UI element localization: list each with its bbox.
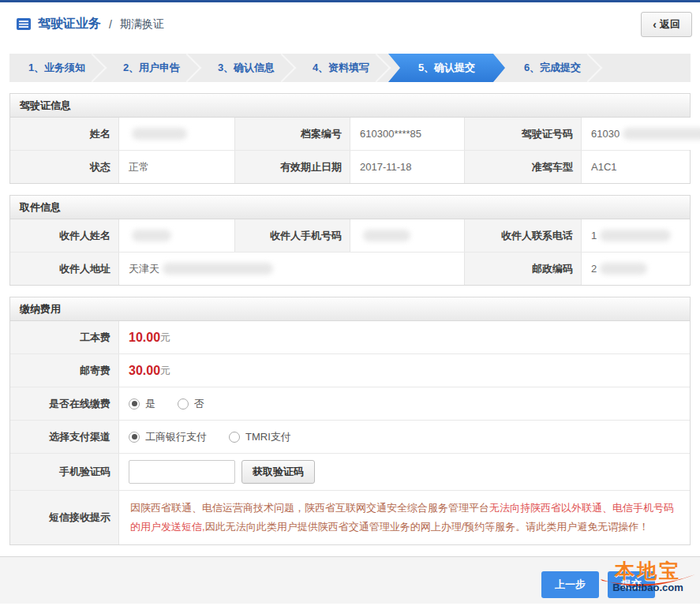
- radio-selected-icon: [129, 398, 140, 410]
- payment-section-title: 缴纳费用: [10, 297, 690, 321]
- page-header: 驾驶证业务 / 期满换证 ‹ 返回: [0, 2, 700, 46]
- vehicle-class-label: 准驾车型: [465, 151, 582, 183]
- redacted-address: [163, 263, 273, 275]
- recipient-name-value: [119, 219, 235, 252]
- step-2-user-declaration: 2、用户申告: [104, 54, 199, 82]
- back-chevron-icon: ‹: [653, 18, 657, 31]
- radio-pay-online-no[interactable]: 否: [178, 397, 204, 411]
- expiry-value: 2017-11-18: [350, 151, 465, 183]
- payment-channel-label: 选择支付渠道: [10, 421, 119, 453]
- payment-section: 缴纳费用 工本费 10.00元 邮寄费 30.00元 是否在线缴费 是 否 选择…: [9, 297, 691, 545]
- pay-online-label: 是否在线缴费: [10, 387, 119, 420]
- status-value: 正常: [119, 151, 235, 183]
- step-1-business-notice: 1、业务须知: [9, 54, 104, 82]
- back-button-label: 返回: [660, 17, 680, 32]
- radio-unselected-icon: [178, 398, 189, 410]
- sms-code-label: 手机验证码: [10, 454, 119, 490]
- step-bar-filler: [600, 54, 691, 82]
- step-progress-bar: 1、业务须知 2、用户申告 3、确认信息 4、资料填写 5、确认提交 6、完成提…: [9, 54, 691, 82]
- step-3-confirm-info: 3、确认信息: [199, 54, 294, 82]
- sms-notice-part1: 因陕西省联通、电信运营商技术问题，陕西省互联网交通安全综合服务管理平台: [130, 502, 489, 514]
- name-value: [119, 118, 235, 150]
- step-4-fill-data: 4、资料填写: [294, 54, 388, 82]
- sms-code-input[interactable]: [129, 460, 235, 484]
- address-label: 收件人地址: [10, 252, 119, 285]
- contact-phone-value: 1: [582, 219, 690, 252]
- recipient-mobile-value: [350, 219, 465, 252]
- license-section-title: 驾驶证信息: [10, 94, 690, 118]
- redacted-postcode: [600, 263, 647, 275]
- step-6-complete-submit: 6、完成提交: [505, 54, 600, 82]
- license-number-value: 61030: [582, 118, 700, 150]
- contact-phone-label: 收件人联系电话: [465, 219, 582, 252]
- expiry-label: 有效期止日期: [235, 151, 350, 183]
- vehicle-class-value: A1C1: [582, 151, 690, 183]
- pickup-section-title: 取件信息: [10, 196, 690, 219]
- name-label: 姓名: [10, 118, 119, 150]
- form-list-icon: [16, 17, 32, 31]
- radio-selected-icon: [129, 432, 140, 443]
- radio-pay-online-yes[interactable]: 是: [129, 397, 155, 411]
- previous-step-button[interactable]: 上一步: [541, 571, 599, 598]
- mailing-fee-value: 30.00元: [119, 354, 690, 387]
- get-sms-code-button[interactable]: 获取验证码: [241, 460, 315, 484]
- watermark-domain-text: Bendibao.com: [599, 582, 697, 593]
- file-number-value: 610300****85: [350, 118, 465, 150]
- status-label: 状态: [10, 151, 119, 183]
- back-button[interactable]: ‹ 返回: [641, 12, 692, 37]
- mailing-fee-label: 邮寄费: [10, 354, 119, 387]
- sms-notice-label: 短信接收提示: [10, 491, 119, 544]
- production-fee-label: 工本费: [10, 321, 119, 354]
- watermark-logo-text: 本地宝: [599, 560, 697, 581]
- recipient-name-label: 收件人姓名: [10, 219, 119, 252]
- radio-channel-tmri[interactable]: TMRI支付: [229, 430, 291, 444]
- page-title: 驾驶证业务: [38, 16, 101, 32]
- recipient-mobile-label: 收件人手机号码: [235, 219, 350, 252]
- redacted-name: [132, 128, 187, 140]
- action-footer: 上一步 提交 本地宝 Bendibao.com: [0, 556, 700, 604]
- redacted-recipient-name: [132, 230, 171, 241]
- redacted-contact-phone: [600, 230, 671, 241]
- license-info-section: 驾驶证信息 姓名 档案编号 610300****85 驾驶证号码 61030 状…: [9, 93, 691, 184]
- sms-notice-text: 因陕西省联通、电信运营商技术问题，陕西省互联网交通安全综合服务管理平台无法向持陕…: [119, 491, 690, 544]
- radio-unselected-icon: [229, 432, 240, 443]
- production-fee-value: 10.00元: [119, 321, 690, 354]
- file-number-label: 档案编号: [235, 118, 350, 150]
- postcode-label: 邮政编码: [465, 252, 582, 285]
- sms-notice-part3: 因此无法向此类用户提供陕西省交通管理业务的网上办理/预约等服务。请此类用户避免无…: [205, 521, 649, 533]
- redacted-recipient-mobile: [363, 230, 410, 241]
- breadcrumb-separator: /: [109, 18, 112, 31]
- pickup-info-section: 取件信息 收件人姓名 收件人手机号码 收件人联系电话 1 收件人地址 天津天 邮…: [9, 195, 691, 286]
- step-5-confirm-submit-active: 5、确认提交: [388, 54, 505, 82]
- address-value: 天津天: [119, 252, 465, 285]
- bendibao-watermark: 本地宝 Bendibao.com: [599, 560, 697, 593]
- license-number-label: 驾驶证号码: [465, 118, 582, 150]
- breadcrumb-current: 期满换证: [120, 17, 164, 32]
- radio-channel-icbc[interactable]: 工商银行支付: [129, 430, 207, 444]
- postcode-value: 2: [582, 252, 690, 285]
- redacted-license-number: [623, 128, 700, 140]
